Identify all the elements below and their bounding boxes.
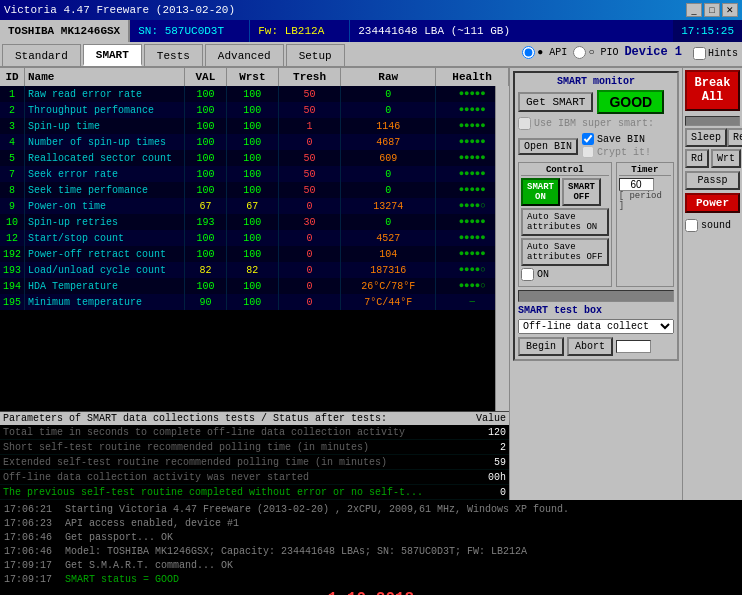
log-time: 17:06:46 xyxy=(4,532,59,543)
col-id: ID xyxy=(0,68,25,86)
cell-id: 192 xyxy=(0,246,25,262)
timer-input[interactable] xyxy=(619,178,654,191)
log-row: 17:06:46Model: TOSHIBA MK1246GSX; Capaci… xyxy=(4,544,738,558)
wrt-button[interactable]: Wrt xyxy=(711,149,741,168)
drive-bar: TOSHIBA MK1246GSX SN: 587UC0D3T Fw: LB21… xyxy=(0,20,742,42)
cell-val: 90 xyxy=(185,294,227,310)
maximize-button[interactable]: □ xyxy=(704,3,720,17)
recall-button[interactable]: Recall xyxy=(727,128,742,147)
cell-val: 100 xyxy=(185,134,227,150)
sleep-button[interactable]: Sleep xyxy=(685,128,727,147)
cell-val: 100 xyxy=(185,86,227,102)
log-msg: Get S.M.A.R.T. command... OK xyxy=(65,560,233,571)
begin-button[interactable]: Begin xyxy=(518,337,564,356)
cell-name: Spin-up retries xyxy=(25,214,185,230)
cell-raw: 0 xyxy=(341,166,436,182)
close-button[interactable]: ✕ xyxy=(722,3,738,17)
smart-on-button[interactable]: SMART ON xyxy=(521,178,560,206)
control-box: Control SMART ON SMART OFF Auto Save att… xyxy=(518,162,612,287)
cell-tresh: 50 xyxy=(278,166,340,182)
cell-raw: 0 xyxy=(341,182,436,198)
cell-name: Reallocated sector count xyxy=(25,150,185,166)
table-scrollbar[interactable] xyxy=(495,86,509,411)
params-row: Extended self-test routine recommended p… xyxy=(0,455,509,470)
cell-name: Minimum temperature xyxy=(25,294,185,310)
test-row: Begin Abort xyxy=(518,337,674,356)
table-row: 12 Start/stop count 100 100 0 4527 ●●●●● xyxy=(0,230,509,246)
api-radio[interactable] xyxy=(522,46,535,59)
auto-save-on-button[interactable]: Auto Save attributes ON xyxy=(521,208,609,236)
tab-setup[interactable]: Setup xyxy=(286,44,345,66)
tab-smart[interactable]: SMART xyxy=(83,44,142,66)
rd-wrt-row: Rd Wrt xyxy=(685,149,740,168)
cell-name: Number of spin-up times xyxy=(25,134,185,150)
crypt-it-row: Crypt it! xyxy=(582,146,651,158)
rd-button[interactable]: Rd xyxy=(685,149,709,168)
sleep-recall-row: Sleep Recall xyxy=(685,128,740,147)
cell-val: 100 xyxy=(185,246,227,262)
smart-table-container: ID Name VAL Wrst Tresh Raw Health 1 Raw … xyxy=(0,68,509,411)
save-bin-label: Save BIN xyxy=(597,134,645,145)
good-button[interactable]: GOOD xyxy=(597,90,664,114)
minimize-button[interactable]: _ xyxy=(686,3,702,17)
smart-off-button[interactable]: SMART OFF xyxy=(562,178,601,206)
save-bin-checkbox[interactable] xyxy=(582,133,594,145)
cell-raw: 0 xyxy=(341,86,436,102)
ibm-checkbox[interactable] xyxy=(518,117,531,130)
smart-monitor-title: SMART monitor xyxy=(518,76,674,87)
passp-button[interactable]: Passp xyxy=(685,171,740,190)
cell-raw: 1146 xyxy=(341,118,436,134)
cell-name: Spin-up time xyxy=(25,118,185,134)
cell-wrst: 100 xyxy=(226,150,278,166)
params-row: Short self-test routine recommended poll… xyxy=(0,440,509,455)
period-label: [ period ] xyxy=(619,191,671,211)
tab-bar: Standard SMART Tests Advanced Setup ● AP… xyxy=(0,42,742,68)
save-bin-row: Save BIN xyxy=(582,133,651,145)
drive-time: 17:15:25 xyxy=(673,20,742,42)
cell-val: 100 xyxy=(185,102,227,118)
drive-sn: SN: 587UC0D3T xyxy=(130,20,250,42)
abort-button[interactable]: Abort xyxy=(567,337,613,356)
test-select[interactable]: Off-line data collect xyxy=(518,319,674,334)
cell-id: 8 xyxy=(0,182,25,198)
control-title: Control xyxy=(521,165,609,176)
ibm-label: Use IBM super smart: xyxy=(534,118,654,129)
break-all-button[interactable]: Break All xyxy=(685,70,740,111)
fw-value: LB212A xyxy=(285,25,325,37)
pio-radio-label[interactable]: ○ PIO xyxy=(573,46,618,59)
tab-tests[interactable]: Tests xyxy=(144,44,203,66)
main-area: ID Name VAL Wrst Tresh Raw Health 1 Raw … xyxy=(0,68,742,500)
api-radio-label[interactable]: ● API xyxy=(522,46,567,59)
col-wrst: Wrst xyxy=(226,68,278,86)
log-msg: API access enabled, device #1 xyxy=(65,518,239,529)
power-button[interactable]: Power xyxy=(685,193,740,213)
cell-name: Throughput perfomance xyxy=(25,102,185,118)
cell-id: 194 xyxy=(0,278,25,294)
sound-checkbox[interactable] xyxy=(685,219,698,232)
param-value: 0 xyxy=(466,487,506,498)
cell-val: 100 xyxy=(185,150,227,166)
on-checkbox[interactable] xyxy=(521,268,534,281)
left-panel: ID Name VAL Wrst Tresh Raw Health 1 Raw … xyxy=(0,68,510,500)
auto-save-off-button[interactable]: Auto Save attributes OFF xyxy=(521,238,609,266)
cell-wrst: 100 xyxy=(226,294,278,310)
param-label: Off-line data collection activity was ne… xyxy=(3,472,309,483)
log-row: 17:06:21Starting Victoria 4.47 Freeware … xyxy=(4,502,738,516)
drive-capacity: 234441648 LBA (~111 GB) xyxy=(350,20,673,42)
tab-advanced[interactable]: Advanced xyxy=(205,44,284,66)
cell-id: 7 xyxy=(0,166,25,182)
get-smart-row: Get SMART GOOD xyxy=(518,90,674,114)
cell-wrst: 100 xyxy=(226,102,278,118)
cell-id: 12 xyxy=(0,230,25,246)
cell-raw: 609 xyxy=(341,150,436,166)
param-value: 00h xyxy=(466,472,506,483)
tab-standard[interactable]: Standard xyxy=(2,44,81,66)
get-smart-button[interactable]: Get SMART xyxy=(518,92,593,112)
open-bin-button[interactable]: Open BIN xyxy=(518,138,578,155)
gray-bar-1 xyxy=(685,116,740,126)
pio-radio[interactable] xyxy=(573,46,586,59)
cell-val: 100 xyxy=(185,182,227,198)
hints-checkbox[interactable] xyxy=(693,47,706,60)
progress-input[interactable] xyxy=(616,340,651,353)
cell-tresh: 0 xyxy=(278,198,340,214)
